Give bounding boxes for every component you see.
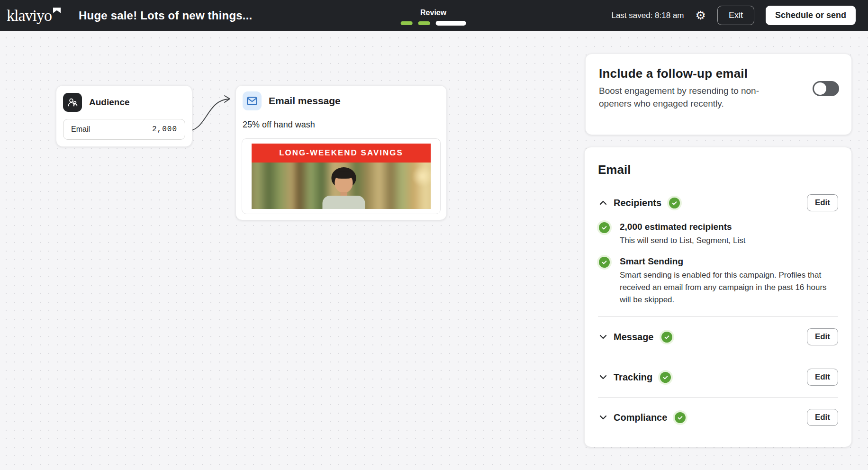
followup-description: Boost engagement by resending to non-ope… — [599, 84, 770, 110]
section-label-recipients: Recipients — [614, 198, 661, 208]
divider — [598, 357, 838, 357]
section-label-compliance: Compliance — [614, 412, 667, 423]
envelope-icon — [243, 91, 262, 110]
smart-sending-description: Smart sending is enabled for this campai… — [620, 269, 834, 306]
section-label-message: Message — [614, 332, 654, 343]
section-row-message: Message Edit — [598, 327, 838, 346]
chevron-up-icon[interactable] — [598, 198, 608, 208]
step-pill-completed-2[interactable] — [418, 21, 430, 25]
audience-channel-label: Email — [71, 125, 90, 134]
recipients-detail-estimated: 2,000 estimated recipients This will sen… — [598, 222, 838, 247]
followup-toggle[interactable] — [813, 81, 839, 96]
recipients-detail-smart-sending: Smart Sending Smart sending is enabled f… — [598, 256, 838, 306]
chevron-down-icon[interactable] — [598, 332, 608, 342]
divider — [598, 316, 838, 317]
toggle-knob — [814, 82, 826, 95]
section-row-compliance: Compliance Edit — [598, 408, 838, 427]
edit-compliance-button[interactable]: Edit — [807, 409, 838, 426]
photo-person — [318, 167, 370, 209]
klaviyo-logo: klaviyo — [7, 5, 61, 27]
estimated-recipients-description: This will send to List, Segment, List — [620, 235, 834, 247]
last-saved-text: Last saved: 8:18 am — [611, 11, 684, 20]
edit-recipients-button[interactable]: Edit — [807, 194, 838, 211]
preview-photo — [252, 163, 431, 209]
status-complete-badge — [675, 412, 686, 423]
divider — [598, 397, 838, 398]
settings-gear-icon[interactable]: ⚙ — [696, 9, 706, 21]
topbar-actions: Last saved: 8:18 am ⚙ Exit Schedule or s… — [611, 6, 856, 25]
audience-node-card[interactable]: Audience Email 2,000 — [56, 85, 192, 147]
status-complete-badge — [661, 332, 672, 343]
audience-recipient-count: 2,000 — [152, 125, 177, 134]
chevron-down-icon[interactable] — [598, 412, 608, 423]
check-circle-icon — [599, 257, 610, 268]
audience-people-icon — [63, 93, 82, 112]
status-complete-badge — [660, 372, 671, 383]
status-complete-badge — [669, 198, 680, 208]
step-pill-completed-1[interactable] — [401, 21, 413, 25]
email-message-node-card[interactable]: Email message 25% off hand wash LONG-WEE… — [235, 85, 447, 220]
followup-title: Include a follow-up email — [599, 66, 838, 81]
edit-message-button[interactable]: Edit — [807, 328, 838, 345]
step-progress: Review — [401, 0, 466, 31]
audience-email-row[interactable]: Email 2,000 — [63, 119, 185, 140]
section-row-tracking: Tracking Edit — [598, 368, 838, 387]
current-step-label: Review — [420, 9, 446, 17]
progress-pills — [401, 21, 466, 26]
campaign-title: Huge sale! Lots of new things... — [79, 9, 252, 22]
email-card-title: Email message — [269, 95, 341, 107]
email-subject-line: 25% off hand wash — [243, 120, 441, 130]
chevron-down-icon[interactable] — [598, 372, 608, 382]
estimated-recipients-title: 2,000 estimated recipients — [620, 222, 838, 232]
smart-sending-title: Smart Sending — [620, 256, 838, 267]
photo-lamp-glow — [412, 165, 431, 187]
campaign-canvas[interactable]: Audience Email 2,000 Email message 25% o… — [0, 31, 868, 470]
exit-button[interactable]: Exit — [717, 6, 754, 25]
section-row-recipients: Recipients Edit — [598, 193, 838, 212]
email-preview-thumbnail: LONG-WEEKEND SAVINGS — [242, 138, 441, 214]
topbar: klaviyo Huge sale! Lots of new things...… — [0, 0, 868, 31]
panel-heading: Email — [598, 163, 838, 177]
step-pill-current-review[interactable] — [436, 21, 466, 26]
email-review-panel: Email Recipients Edit 2,000 estimated re… — [584, 147, 852, 447]
edit-tracking-button[interactable]: Edit — [807, 369, 838, 386]
klaviyo-flag-icon — [53, 8, 61, 13]
check-circle-icon — [599, 222, 610, 233]
schedule-or-send-button[interactable]: Schedule or send — [766, 6, 856, 25]
preview-banner: LONG-WEEKEND SAVINGS — [252, 144, 431, 163]
audience-card-header: Audience — [63, 93, 185, 112]
followup-email-card: Include a follow-up email Boost engageme… — [585, 54, 852, 135]
email-card-header: Email message — [242, 91, 441, 110]
section-label-tracking: Tracking — [614, 372, 652, 383]
audience-card-title: Audience — [89, 97, 130, 108]
klaviyo-wordmark: klaviyo — [7, 5, 52, 27]
